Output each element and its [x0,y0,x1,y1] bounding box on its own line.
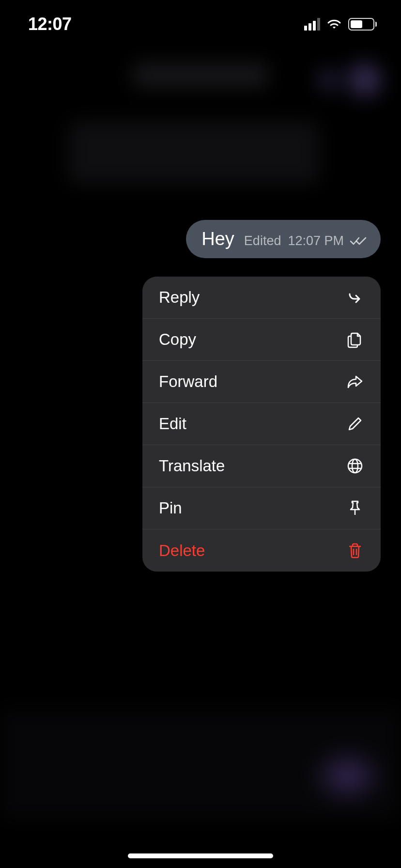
read-receipt-icon [350,236,367,247]
message-bubble[interactable]: Hey Edited 12:07 PM [186,220,381,258]
pencil-icon [346,415,364,433]
forward-arrow-icon [346,372,364,391]
svg-point-1 [352,459,358,473]
menu-item-delete[interactable]: Delete [142,529,381,572]
copy-icon [346,330,364,349]
reply-arrow-icon [346,288,364,307]
menu-label: Translate [159,457,225,475]
context-menu: Reply Copy Forward Edit Translate [142,277,381,572]
trash-icon [346,542,364,560]
message-time: 12:07 PM [288,233,344,248]
menu-item-copy[interactable]: Copy [142,319,381,361]
globe-icon [346,457,364,475]
home-indicator[interactable] [128,853,273,858]
message-text: Hey [201,229,234,249]
menu-label: Pin [159,499,182,517]
menu-item-edit[interactable]: Edit [142,403,381,445]
svg-point-0 [348,459,362,473]
menu-item-forward[interactable]: Forward [142,361,381,403]
message-metadata: Edited 12:07 PM [244,233,367,248]
status-time: 12:07 [28,14,72,34]
edited-label: Edited [244,233,281,248]
menu-item-reply[interactable]: Reply [142,277,381,319]
menu-label: Delete [159,542,205,560]
status-bar: 12:07 [0,0,401,48]
pin-icon [346,499,364,517]
menu-label: Edit [159,415,186,433]
cellular-signal-icon [304,18,320,31]
menu-label: Reply [159,288,200,307]
menu-item-translate[interactable]: Translate [142,445,381,487]
menu-label: Copy [159,330,196,349]
menu-item-pin[interactable]: Pin [142,487,381,529]
menu-label: Forward [159,372,217,391]
wifi-icon [326,18,342,31]
battery-icon [348,18,377,31]
status-icons [304,18,377,31]
